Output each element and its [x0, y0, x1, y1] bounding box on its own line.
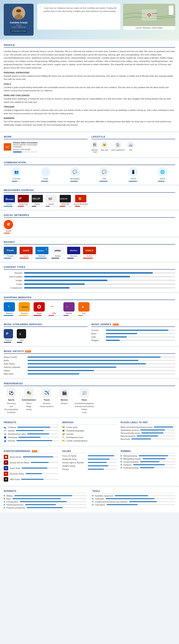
aspirations-text: Candela aspires to have a balanced and f… — [4, 74, 175, 81]
work-col: WORK R&C Fitness Sales Consultant Resort… — [4, 135, 88, 154]
pref-entertainment: 🎭 Entertainment DanceMagicActing — [21, 388, 36, 414]
artist-rows: Ariana Grande Adele Dolly Parton Sabrina… — [4, 356, 175, 375]
int-heart: Heart/hypertension — [4, 504, 87, 506]
profile-card: Candela Araujo 23 yo Urban, Millennial J… — [4, 4, 33, 36]
genre-reggae: Reggae — [91, 339, 175, 342]
images-bar-fill — [24, 280, 107, 281]
nascar-name: NASCAR — [61, 203, 69, 205]
prefs-grid: ⚽ Sports SwimmingGolfRunning/walkingTrac… — [4, 388, 175, 414]
pref-sports: ⚽ Sports SwimmingGolfRunning/walkingTrac… — [4, 388, 19, 414]
shopping-title: SHOPPING WEBSITES — [4, 296, 175, 300]
vanityfair-bar-wrap — [18, 206, 29, 207]
gallup-logo: GALLUP — [32, 195, 43, 202]
quote-map-area: I love how Liz Claiborne dresses make me… — [37, 4, 175, 30]
married-icon: 👫 — [91, 142, 98, 148]
company-info: Fitness Sales Consultant Resort Lifestyl… — [13, 142, 37, 152]
disney-bar-fill — [4, 206, 13, 207]
ariana-bar-bg — [28, 356, 175, 358]
comm-chat: 💬 Chat — [99, 167, 109, 182]
quartz-bar-bg — [46, 206, 57, 207]
artists-beta-badge: BETA — [25, 350, 31, 352]
hunting-dot — [121, 467, 122, 468]
shop-ebay: eBay eBay — [48, 302, 60, 316]
heart-text: Heart/hypertension — [6, 504, 24, 506]
shop-target-bar-bg — [33, 315, 45, 316]
content-title: CONTENT TYPES — [4, 266, 175, 270]
places-title: PLACES LIKELY TO VISIT — [121, 421, 175, 424]
gallup-bar-bg — [32, 206, 43, 207]
scientific-text: Scientific equipment — [95, 495, 113, 497]
comm-phone: 📱 Phone — [129, 167, 138, 182]
beta-badge: BETA — [113, 324, 119, 326]
hobbies-title: HOBBIES — [121, 450, 175, 453]
brand-walmart: Walmart✦ Walmart — [35, 247, 48, 258]
pref-news: 📰 News Scandals/investigationsEntertainm… — [75, 388, 94, 414]
si-bar-bg — [75, 206, 86, 207]
scripting-text: Scripting languages — [66, 430, 84, 432]
shop-amazon-bar-bg — [19, 315, 30, 316]
shop-target-name: Target — [36, 312, 42, 314]
shop-walmart-bar-wrap — [4, 315, 15, 316]
human-bar-bg — [88, 462, 117, 463]
pandora-icon: P — [4, 329, 13, 338]
dresses-bar-bg — [16, 440, 58, 441]
levis-bar-wrap — [19, 258, 33, 258]
beaches-bar-bg — [137, 436, 175, 436]
header: Candela Araujo 23 yo Urban, Millennial J… — [0, 0, 179, 40]
ceramics-dot — [121, 461, 122, 462]
calendars-dot — [92, 498, 93, 499]
aspirations-label: PERSONAL ASPIRATIONS — [4, 72, 175, 74]
kohls-name: Kohl's — [87, 255, 92, 257]
walmart-name: Walmart — [39, 255, 45, 257]
suits-bar-fill — [27, 434, 49, 434]
shop-walmart: ✦ Walmart — [4, 302, 15, 316]
comm-title: COMMUNICATION — [4, 161, 175, 165]
svg-text:D: D — [5, 198, 7, 200]
charts-bar-bg — [24, 283, 175, 285]
beauty-logo: B — [4, 460, 8, 465]
news-subitems: Scandals/investigationsEntertainment/cel… — [75, 402, 94, 414]
pref-travel: ✈️ Travel BusinessFamily vacations — [39, 388, 54, 414]
beaches-text: Beaches/islands — [121, 435, 136, 437]
artist-adele: Adele — [4, 359, 175, 362]
shop-ebay-bar-bg — [48, 315, 60, 316]
healthy-value-text: Healthy/fit living — [62, 458, 86, 460]
lifestyle-apartment: 🏠 Owns apartment — [111, 142, 125, 153]
goals-text: Candela's goals include finding fashiona… — [4, 86, 175, 92]
crime-text: Crime/justice — [6, 501, 18, 503]
value-privacy: Privacy — [62, 468, 117, 470]
credit-icon: 💳 — [62, 426, 65, 428]
jewelry-icon: 💎 — [4, 429, 7, 432]
interests-title: INTERESTS — [4, 490, 87, 493]
products-col: PRODUCTS 👟 Footwear 💎 Jewelry 👔 Suits/bu… — [4, 421, 58, 443]
company-name2: Resort Lifestyle Communities — [13, 144, 37, 146]
sports-subitems: SwimmingGolfRunning/walkingTrack/field — [4, 402, 18, 414]
chat-label: Chat — [102, 178, 106, 180]
spa-text: Spa/beauty services — [121, 429, 139, 431]
reddit-bar-fill — [4, 233, 10, 234]
lifestyle-cats: 🐱 Has cats — [101, 142, 108, 153]
media-si: SI Sports Illustrated — [74, 195, 88, 207]
svg-text:NASCAR: NASCAR — [60, 198, 67, 200]
spa-bar-bg — [140, 430, 175, 430]
walmart-bar-bg — [35, 258, 48, 258]
media-nascar: NASCAR NASCAR — [60, 195, 71, 207]
music-genres-col: MUSIC GENRES BETA Country Blues Indie — [91, 323, 175, 343]
crime-bar-bg — [20, 501, 87, 502]
place-discount: Discount/outlet stores — [121, 432, 175, 434]
svg-rect-47 — [80, 304, 88, 310]
comm-email: ✉️ Email — [41, 167, 50, 182]
profile-type: Urban, Millennial — [6, 26, 31, 28]
walmart-logo: Walmart✦ — [35, 247, 48, 254]
quartz-logo: QZ — [46, 195, 57, 202]
product-footwear: 👟 Footwear — [4, 426, 58, 428]
email-bar-fill — [41, 181, 48, 182]
shop-target: Target — [33, 302, 45, 316]
scientific-dot — [92, 495, 93, 496]
messaging-bar-wrap — [70, 181, 80, 182]
military-bar-fill — [14, 495, 72, 496]
kentucky-bar-fill — [26, 473, 42, 474]
healthy-bar-fill — [88, 459, 109, 460]
shop-target-bar-fill — [33, 315, 41, 316]
social-bar-bg — [158, 181, 167, 182]
